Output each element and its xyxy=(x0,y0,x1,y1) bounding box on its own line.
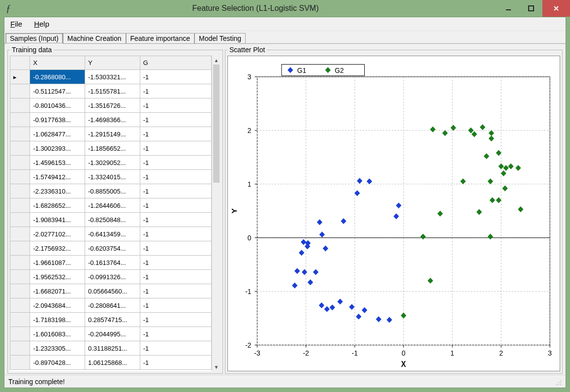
cell[interactable]: 1.06125868... xyxy=(85,356,140,370)
table-row[interactable]: -1.7183198...0.28574715...-1 xyxy=(10,313,212,327)
cell[interactable]: -1 xyxy=(140,213,211,227)
cell[interactable]: -0.8250848... xyxy=(85,213,140,227)
cell[interactable]: -1.6828652... xyxy=(30,198,85,213)
cell[interactable]: -1.3029052... xyxy=(85,156,140,170)
grid-scrollbar[interactable]: ▲ ▼ xyxy=(212,56,221,371)
table-row[interactable]: -1.4596153...-1.3029052...-1 xyxy=(10,156,212,170)
cell[interactable]: -1.5749412... xyxy=(30,170,85,184)
close-button[interactable] xyxy=(542,0,570,17)
cell[interactable]: -0.8855005... xyxy=(85,184,140,198)
cell[interactable]: -0.5112547... xyxy=(30,84,85,98)
row-header[interactable] xyxy=(10,270,30,284)
cell[interactable]: -2.1756932... xyxy=(30,241,85,256)
cell[interactable]: -1 xyxy=(140,198,211,213)
cell[interactable]: -1.0628477... xyxy=(30,127,85,141)
row-header[interactable] xyxy=(10,156,30,170)
cell[interactable]: -0.9177638... xyxy=(30,113,85,127)
row-header[interactable] xyxy=(10,227,30,241)
cell[interactable]: -1.4698366... xyxy=(85,113,140,127)
cell[interactable]: -1 xyxy=(140,227,211,241)
maximize-button[interactable] xyxy=(520,0,542,17)
cell[interactable]: -0.8010436... xyxy=(30,98,85,113)
minimize-button[interactable] xyxy=(497,0,520,17)
cell[interactable]: 0.05664560... xyxy=(85,284,140,298)
cell[interactable]: -1 xyxy=(140,298,211,313)
table-row[interactable]: -1.6828652...-1.2644606...-1 xyxy=(10,198,212,213)
table-row[interactable]: -1.9083941...-0.8250848...-1 xyxy=(10,213,212,227)
row-header[interactable] xyxy=(10,113,30,127)
tab-feature-importance[interactable]: Feature importance xyxy=(126,33,194,43)
table-row[interactable]: -1.3002393...-1.1856652...-1 xyxy=(10,141,212,156)
row-header[interactable] xyxy=(10,184,30,198)
table-row[interactable]: -1.6682071...0.05664560...-1 xyxy=(10,284,212,298)
col-header-g[interactable]: G xyxy=(140,56,211,70)
table-row[interactable]: -1.2323305...0.31188251...-1 xyxy=(10,341,212,356)
scroll-up-icon[interactable]: ▲ xyxy=(212,56,221,65)
cell[interactable]: -1.3324015... xyxy=(85,170,140,184)
cell[interactable]: -1 xyxy=(140,170,211,184)
table-row[interactable]: -1.0628477...-1.2915149...-1 xyxy=(10,127,212,141)
cell[interactable]: -0.8970428... xyxy=(30,356,85,370)
tab-model-testing[interactable]: Model Testing xyxy=(194,33,246,43)
row-header[interactable] xyxy=(10,284,30,298)
data-grid[interactable]: X Y G ▸-0.2868080...-1.5303321...-1-0.51… xyxy=(10,56,221,371)
table-row[interactable]: ▸-0.2868080...-1.5303321...-1 xyxy=(10,70,212,84)
col-header-x[interactable]: X xyxy=(30,56,85,70)
cell[interactable]: -1.9083941... xyxy=(30,213,85,227)
cell[interactable]: -0.6203754... xyxy=(85,241,140,256)
grid-corner[interactable] xyxy=(10,56,30,70)
tab-samples-input[interactable]: Samples (Input) xyxy=(5,33,63,44)
cell[interactable]: -1 xyxy=(140,313,211,327)
row-header[interactable] xyxy=(10,341,30,356)
cell[interactable]: -0.2868080... xyxy=(30,70,85,84)
menu-file[interactable]: File xyxy=(10,20,22,28)
table-row[interactable]: -0.8010436...-1.3516726...-1 xyxy=(10,98,212,113)
cell[interactable]: -1 xyxy=(140,284,211,298)
cell[interactable]: -1 xyxy=(140,98,211,113)
cell[interactable]: -0.2808641... xyxy=(85,298,140,313)
cell[interactable]: -0.1613764... xyxy=(85,256,140,270)
cell[interactable]: -1 xyxy=(140,256,211,270)
cell[interactable]: -1.2915149... xyxy=(85,127,140,141)
row-header[interactable] xyxy=(10,198,30,213)
cell[interactable]: -2.2336310... xyxy=(30,184,85,198)
cell[interactable]: 0.28574715... xyxy=(85,313,140,327)
cell[interactable]: -0.0991326... xyxy=(85,270,140,284)
tab-machine-creation[interactable]: Machine Creation xyxy=(63,33,126,43)
cell[interactable]: -0.2044995... xyxy=(85,327,140,341)
table-row[interactable]: -1.5749412...-1.3324015...-1 xyxy=(10,170,212,184)
cell[interactable]: -1 xyxy=(140,184,211,198)
cell[interactable]: -1 xyxy=(140,270,211,284)
table-row[interactable]: -1.6016083...-0.2044995...-1 xyxy=(10,327,212,341)
cell[interactable]: -1.6016083... xyxy=(30,327,85,341)
table-row[interactable]: -2.0277102...-0.6413459...-1 xyxy=(10,227,212,241)
row-header[interactable] xyxy=(10,298,30,313)
cell[interactable]: -1.3516726... xyxy=(85,98,140,113)
cell[interactable]: -1.2644606... xyxy=(85,198,140,213)
col-header-y[interactable]: Y xyxy=(85,56,140,70)
table-row[interactable]: -0.9177638...-1.4698366...-1 xyxy=(10,113,212,127)
table-row[interactable]: -2.0943684...-0.2808641...-1 xyxy=(10,298,212,313)
row-header[interactable] xyxy=(10,256,30,270)
cell[interactable]: -1.9562532... xyxy=(30,270,85,284)
cell[interactable]: -1 xyxy=(140,127,211,141)
cell[interactable]: -1.5155781... xyxy=(85,84,140,98)
row-header[interactable] xyxy=(10,327,30,341)
cell[interactable]: -1 xyxy=(140,356,211,370)
row-header[interactable] xyxy=(10,98,30,113)
table-row[interactable]: -2.2336310...-0.8855005...-1 xyxy=(10,184,212,198)
scroll-thumb[interactable] xyxy=(213,65,220,183)
row-header[interactable] xyxy=(10,84,30,98)
resize-grip-icon[interactable] xyxy=(554,378,562,386)
cell[interactable]: -1.2323305... xyxy=(30,341,85,356)
row-header[interactable] xyxy=(10,213,30,227)
cell[interactable]: -1.7183198... xyxy=(30,313,85,327)
cell[interactable]: -1.6682071... xyxy=(30,284,85,298)
table-row[interactable]: -1.9661087...-0.1613764...-1 xyxy=(10,256,212,270)
table-row[interactable]: -0.8970428...1.06125868...-1 xyxy=(10,356,212,370)
menu-help[interactable]: Help xyxy=(34,20,49,28)
row-header[interactable] xyxy=(10,127,30,141)
row-header[interactable] xyxy=(10,141,30,156)
cell[interactable]: -1.3002393... xyxy=(30,141,85,156)
cell[interactable]: -1 xyxy=(140,241,211,256)
